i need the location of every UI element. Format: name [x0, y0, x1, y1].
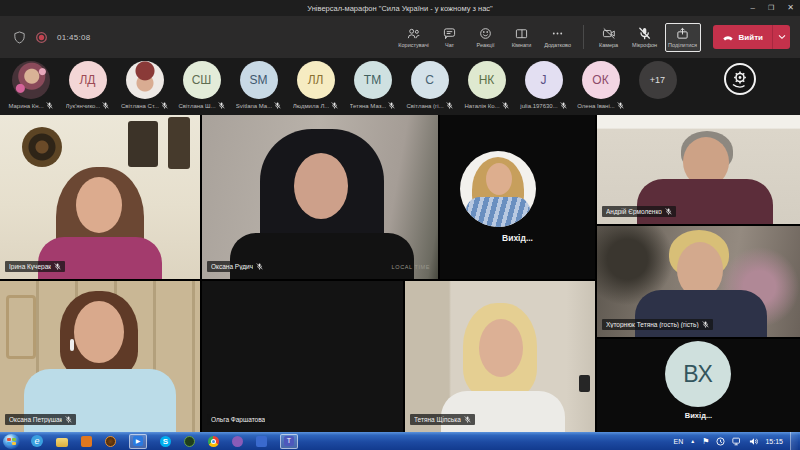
participant-name: Наталія Ко...	[464, 103, 499, 109]
video-tile-tetiana-shchipska[interactable]: Тетяна Щіпська	[405, 281, 595, 432]
chrome-icon[interactable]	[208, 436, 219, 447]
show-desktop-button[interactable]	[790, 432, 798, 450]
participant-name: Світлана Ст...	[121, 103, 159, 109]
mic-muted-icon	[102, 102, 109, 109]
avatar-initials: J	[525, 61, 563, 99]
app-icon-round-green[interactable]	[184, 436, 195, 447]
avatar-photo	[460, 151, 536, 227]
roster-participant[interactable]: J julia.197630...	[515, 61, 572, 115]
video-tile-vkh-avatar[interactable]: ВХ Вихід...	[597, 339, 800, 432]
mic-muted-icon	[161, 102, 168, 109]
teams-meeting-window: Універсал-марафон "Сила України - у кожн…	[0, 0, 800, 450]
mic-muted-icon	[560, 102, 567, 109]
network-icon[interactable]	[732, 437, 742, 446]
explorer-folder-icon[interactable]	[56, 438, 68, 447]
play-icon: ▶	[133, 436, 143, 446]
media-player-taskbar-button[interactable]: ▶	[129, 434, 147, 449]
start-button[interactable]	[3, 434, 20, 449]
close-icon[interactable]: ✕	[787, 0, 794, 16]
speaker-icon[interactable]	[749, 437, 758, 446]
roster-participant[interactable]: Світлана Ст...	[116, 61, 173, 115]
video-tile-khutorniuk-tetiana[interactable]: Хуторнюк Тетяна (гость) (гість)	[597, 226, 800, 337]
viber-icon[interactable]	[232, 436, 243, 447]
windows-logo-icon	[12, 438, 16, 441]
app-icon-orange[interactable]	[81, 436, 92, 447]
chevron-down-icon	[778, 34, 786, 40]
participant-name-label: Хуторнюк Тетяна (гость) (гість)	[602, 319, 713, 330]
windows-logo-icon	[7, 438, 11, 441]
reactions-button[interactable]: Реакції	[468, 24, 504, 51]
video-tile-oksana-petrushak[interactable]: Оксана Петрушак	[0, 281, 200, 432]
mic-muted-icon	[331, 102, 338, 109]
roster-participant[interactable]: НК Наталія Ко...	[458, 61, 515, 115]
video-tile-olha-farshatova[interactable]: Ольга Фаршатова	[202, 281, 403, 432]
participant-name-label: Оксана Петрушак	[5, 414, 76, 425]
wall-decor	[22, 127, 62, 167]
participants-button[interactable]: Користувачі	[396, 24, 432, 51]
mic-muted-icon	[702, 321, 709, 328]
video-tile-andrii-yermolenko[interactable]: Андрій Єрмоленко	[597, 115, 800, 224]
video-tile-vykhid-avatar[interactable]: Вихід...	[440, 115, 595, 279]
roster-participant[interactable]: Марина Кн...	[2, 61, 59, 115]
avatar-initials: ТМ	[354, 61, 392, 99]
share-button[interactable]: Поділитися	[665, 23, 701, 52]
participant-name-label: Вихід...	[440, 233, 595, 243]
skype-icon[interactable]: S	[160, 436, 171, 447]
roster-overflow[interactable]: +17	[629, 61, 686, 115]
more-actions-button[interactable]: Додатково	[540, 24, 576, 51]
participant-name: Тетяна Маз...	[350, 103, 387, 109]
chrome-icon-center	[211, 439, 216, 444]
avatar-initials: СШ	[183, 61, 221, 99]
update-clock-icon[interactable]	[716, 437, 725, 446]
tray-expand-icon[interactable]: ▲	[690, 438, 695, 444]
windows-taskbar: e ▶ S T EN ▲ ⚑ 15:15	[0, 432, 800, 450]
app-icon-blue[interactable]	[256, 436, 267, 447]
video-tile-oksana-rudych[interactable]: Оксана Рудич LOCAL TIME	[202, 115, 438, 279]
avatar-photo	[12, 61, 50, 99]
maximize-icon[interactable]: ❐	[768, 0, 774, 16]
internet-explorer-icon[interactable]: e	[31, 435, 43, 447]
person	[637, 179, 773, 224]
leave-button[interactable]: Вийти	[713, 25, 790, 49]
avatar-initials: ЛД	[69, 61, 107, 99]
rooms-button[interactable]: Кімнати	[504, 24, 540, 51]
roster-participant[interactable]: ЛД Лук'янчико...	[59, 61, 116, 115]
participant-name: Олена Івані...	[577, 103, 615, 109]
person	[230, 233, 414, 279]
person	[38, 237, 162, 279]
leave-options-dropdown[interactable]	[773, 25, 790, 49]
participant-name: Лук'янчико...	[66, 103, 101, 109]
mic-muted-icon	[46, 102, 53, 109]
person	[294, 153, 348, 219]
video-tile-iryna-kucherak[interactable]: Ірина Кучерак	[0, 115, 200, 279]
participant-name: Світлана (гі...	[406, 103, 443, 109]
toolbar-separator	[583, 25, 584, 49]
language-indicator[interactable]: EN	[674, 438, 684, 445]
participant-name: Svitlana Ma...	[236, 103, 272, 109]
mic-toggle-button[interactable]: Мікрофон	[627, 24, 663, 51]
roster-participant[interactable]: ТМ Тетяна Маз...	[344, 61, 401, 115]
participant-name-label: Ірина Кучерак	[5, 261, 65, 272]
mic-off-icon	[638, 27, 651, 40]
roster-participant[interactable]: SM Svitlana Ma...	[230, 61, 287, 115]
mic-muted-icon	[54, 263, 61, 270]
clock[interactable]: 15:15	[765, 438, 783, 445]
app-icon-round-dark[interactable]	[105, 436, 116, 447]
rooms-icon	[515, 27, 528, 40]
roster-participant[interactable]: ЛЛ Людмила Л...	[287, 61, 344, 115]
avatar-initials: ЛЛ	[297, 61, 335, 99]
chat-button[interactable]: Чат	[432, 24, 468, 51]
roster-participant[interactable]: С Світлана (гі...	[401, 61, 458, 115]
minimize-icon[interactable]: –	[751, 0, 755, 16]
roster-participant[interactable]: СШ Світлана Ш...	[173, 61, 230, 115]
teams-taskbar-button[interactable]: T	[280, 434, 298, 449]
roster-participant[interactable]: ОК Олена Івані...	[572, 61, 629, 115]
participant-name-label: Вихід...	[597, 411, 800, 420]
mic-muted-icon	[388, 102, 395, 109]
mic-muted-icon	[65, 416, 72, 423]
mic-muted-icon	[464, 416, 471, 423]
camera-toggle-button[interactable]: Камера	[591, 24, 627, 51]
action-center-flag-icon[interactable]: ⚑	[702, 437, 709, 446]
windows-logo-icon	[12, 442, 16, 445]
mic-muted-icon	[502, 102, 509, 109]
